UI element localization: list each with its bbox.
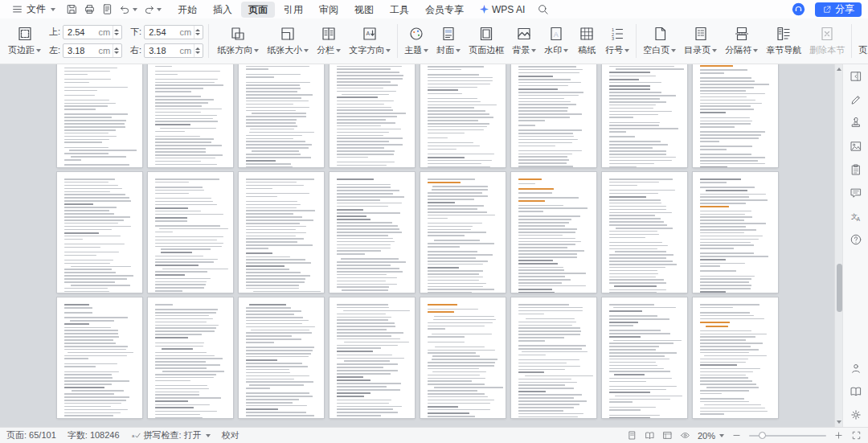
page-layout-view-button[interactable] bbox=[627, 430, 637, 441]
save-button[interactable] bbox=[63, 2, 80, 17]
ribbon-page-border-button[interactable]: 页面边框 bbox=[465, 22, 507, 60]
page-thumbnail[interactable] bbox=[420, 172, 506, 293]
page-thumbnail[interactable] bbox=[511, 297, 596, 418]
scroll-down-arrow[interactable] bbox=[837, 420, 841, 424]
margin-top-input[interactable]: 2.54cm bbox=[63, 25, 122, 39]
page-thumbnail[interactable] bbox=[57, 297, 142, 418]
scrollbar-thumb[interactable] bbox=[837, 264, 842, 312]
margin-left-stepper[interactable] bbox=[113, 44, 120, 57]
tab-review[interactable]: 审阅 bbox=[312, 2, 346, 18]
ribbon-paper-orientation-button[interactable]: 纸张方向 bbox=[214, 22, 262, 60]
ribbon-blank-page-button[interactable]: 空白页 bbox=[640, 22, 679, 60]
page-thumbnail[interactable] bbox=[330, 64, 415, 167]
page-thumbnail[interactable] bbox=[602, 64, 687, 167]
vertical-scrollbar[interactable] bbox=[834, 64, 842, 427]
margin-right-stepper[interactable] bbox=[194, 44, 201, 57]
margin-bottom-input[interactable]: 2.54cm bbox=[144, 25, 203, 39]
assistant-button[interactable] bbox=[788, 1, 809, 18]
word-count[interactable]: 字数: 108246 bbox=[68, 429, 120, 441]
gear-button[interactable] bbox=[850, 408, 862, 421]
edit-pen-button[interactable] bbox=[850, 93, 862, 106]
tab-insert[interactable]: 插入 bbox=[206, 2, 240, 18]
ribbon-grid-paper-button[interactable]: 稿纸 bbox=[573, 22, 600, 60]
page-thumbnail[interactable] bbox=[148, 172, 233, 293]
margin-top-stepper[interactable] bbox=[113, 26, 120, 39]
page-thumbnail[interactable] bbox=[239, 297, 324, 418]
page-thumbnail[interactable] bbox=[693, 172, 778, 293]
image-button[interactable] bbox=[850, 140, 862, 153]
margin-bottom-stepper[interactable] bbox=[194, 26, 201, 39]
chevron-down-icon bbox=[304, 49, 309, 52]
ribbon-separator-button[interactable]: 分隔符 bbox=[722, 22, 761, 60]
page-thumbnail[interactable] bbox=[602, 297, 687, 418]
page-thumbnail[interactable] bbox=[148, 297, 233, 418]
proofread-button[interactable]: 校对 bbox=[222, 429, 240, 441]
page-indicator[interactable]: 页面: 65/101 bbox=[6, 429, 56, 441]
tab-page[interactable]: 页面 bbox=[241, 2, 275, 18]
page-thumbnail[interactable] bbox=[602, 172, 687, 293]
ribbon-paper-size-button[interactable]: 纸张大小 bbox=[264, 22, 312, 60]
margin-left-input[interactable]: 3.18cm bbox=[63, 43, 122, 58]
zoom-slider[interactable] bbox=[749, 431, 826, 441]
page-thumbnail[interactable] bbox=[511, 64, 596, 167]
tab-reference[interactable]: 引用 bbox=[276, 2, 310, 18]
ribbon-chapter-nav-button[interactable]: 章节导航 bbox=[763, 22, 805, 60]
fullscreen-button[interactable] bbox=[851, 430, 862, 441]
page-margins-button[interactable]: 页边距 bbox=[5, 22, 44, 60]
book-button[interactable] bbox=[850, 385, 862, 398]
page-thumbnail[interactable] bbox=[693, 297, 778, 418]
zoom-level[interactable]: 20% bbox=[698, 431, 724, 441]
help-button[interactable] bbox=[850, 233, 862, 246]
ribbon-header-footer-button[interactable]: 页眉页脚 bbox=[855, 22, 868, 60]
zoom-out-button[interactable] bbox=[731, 430, 742, 441]
tab-view[interactable]: 视图 bbox=[347, 2, 381, 18]
undo-button[interactable] bbox=[117, 2, 140, 17]
reading-layout-view-button[interactable] bbox=[645, 430, 655, 441]
ribbon-theme-button[interactable]: 主题 bbox=[401, 22, 432, 60]
web-layout-view-button[interactable] bbox=[662, 430, 673, 441]
translate-button[interactable]: 文A bbox=[850, 210, 862, 223]
redo-button[interactable] bbox=[141, 2, 164, 17]
tab-tools[interactable]: 工具 bbox=[383, 2, 416, 18]
ribbon-line-number-button[interactable]: 123行号 bbox=[602, 22, 633, 60]
print-button[interactable] bbox=[81, 2, 98, 17]
ribbon-cover-button[interactable]: 封面 bbox=[433, 22, 464, 60]
tab-wps-ai[interactable]: WPS AI bbox=[473, 2, 532, 18]
page-thumbnail[interactable] bbox=[239, 64, 324, 167]
tab-membership[interactable]: 会员专享 bbox=[418, 2, 471, 18]
ribbon-background-button[interactable]: 背景 bbox=[509, 22, 539, 60]
ribbon-watermark-button[interactable]: A水印 bbox=[541, 22, 571, 60]
stamp-button[interactable] bbox=[850, 117, 862, 129]
scroll-up-arrow[interactable] bbox=[837, 68, 841, 71]
spellcheck-status[interactable]: a 拼写检查: 打开 bbox=[131, 429, 211, 441]
zoom-in-button[interactable] bbox=[833, 430, 844, 441]
eye-protection-view-button[interactable] bbox=[680, 430, 690, 441]
page-thumbnail[interactable] bbox=[693, 64, 778, 167]
page-thumbnail[interactable] bbox=[57, 172, 142, 293]
preview-button[interactable] bbox=[99, 2, 116, 17]
tab-home[interactable]: 开始 bbox=[170, 2, 204, 18]
clipboard-button[interactable] bbox=[850, 163, 862, 176]
page-thumbnail[interactable] bbox=[330, 297, 415, 418]
search-button[interactable] bbox=[534, 2, 552, 17]
file-menu-button[interactable]: 文件 bbox=[6, 1, 60, 18]
page-thumbnail[interactable] bbox=[420, 297, 506, 418]
hide-sidebar-button[interactable] bbox=[850, 70, 862, 83]
ribbon-group-4: 页眉页脚1页码 bbox=[855, 22, 868, 60]
contact-button[interactable] bbox=[850, 362, 862, 375]
redo-icon bbox=[143, 3, 155, 15]
page-thumbnail[interactable] bbox=[420, 64, 506, 167]
margin-right-input[interactable]: 3.18cm bbox=[144, 43, 203, 58]
page-thumbnail[interactable] bbox=[239, 172, 324, 293]
ribbon-text-direction-button[interactable]: A文字方向 bbox=[346, 22, 394, 60]
share-button-label: 分享 bbox=[835, 2, 854, 16]
zoom-slider-thumb[interactable] bbox=[759, 432, 766, 439]
page-thumbnail[interactable] bbox=[330, 172, 415, 293]
ribbon-toc-page-button[interactable]: 目录页 bbox=[681, 22, 720, 60]
comment-button[interactable] bbox=[850, 187, 862, 199]
share-button[interactable]: 分享 bbox=[815, 2, 862, 17]
page-thumbnail[interactable] bbox=[148, 64, 233, 167]
page-thumbnail[interactable] bbox=[57, 64, 142, 167]
ribbon-columns-button[interactable]: 分栏 bbox=[313, 22, 344, 60]
page-thumbnail[interactable] bbox=[511, 172, 596, 293]
